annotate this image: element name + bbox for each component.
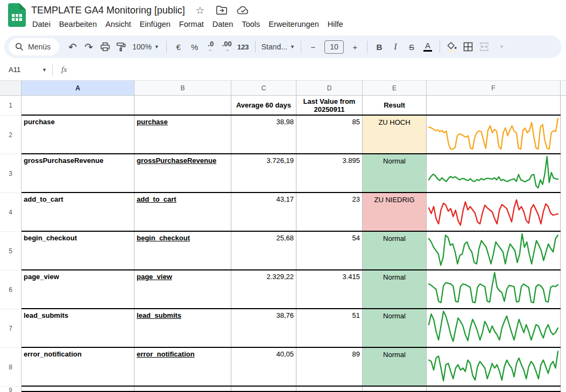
zoom-selector[interactable]: 100%▼ — [129, 39, 162, 54]
row-header-2[interactable]: 2 — [0, 116, 22, 154]
column-header-G-partial[interactable] — [561, 81, 566, 96]
cell-F4[interactable] — [427, 193, 561, 231]
decrease-font-size-button[interactable]: − — [305, 39, 321, 54]
star-icon[interactable]: ☆ — [194, 4, 207, 17]
cell-C2[interactable]: 38,98 — [231, 116, 296, 153]
decrease-decimal-button[interactable]: .0← — [203, 39, 219, 54]
metric-link[interactable]: add_to_cart — [137, 195, 176, 203]
column-header-C[interactable]: C — [231, 81, 296, 96]
cell-F6[interactable] — [427, 270, 561, 308]
number-format-button[interactable]: 123 — [235, 39, 251, 54]
print-button[interactable] — [97, 39, 113, 54]
select-all-corner[interactable] — [0, 81, 22, 96]
cell-C1[interactable]: Average 60 days — [231, 96, 296, 115]
cell-B5[interactable]: begin_checkout — [135, 232, 231, 269]
document-title[interactable]: TEMPLATE GA4 Monitoring [public] — [31, 5, 185, 16]
cell-B8[interactable]: error_notification — [135, 348, 231, 386]
row-header-8[interactable]: 8 — [0, 348, 22, 387]
cell-B6[interactable]: page_view — [135, 270, 231, 308]
bold-button[interactable]: B — [371, 39, 387, 54]
menu-ansicht[interactable]: Ansicht — [101, 18, 136, 31]
borders-button[interactable] — [460, 39, 476, 54]
cell-D1[interactable]: Last Value from 20250911 — [296, 96, 363, 115]
formula-input[interactable] — [67, 59, 566, 80]
increase-decimal-button[interactable]: .00→ — [219, 39, 235, 54]
cell-B4[interactable]: add_to_cart — [135, 193, 231, 231]
metric-link[interactable]: lead_submits — [137, 311, 181, 319]
cell-D2[interactable]: 85 — [296, 116, 363, 153]
metric-link[interactable]: grossPurchaseRevenue — [137, 156, 216, 165]
menu-erweiterungen[interactable]: Erweiterungen — [264, 18, 323, 31]
row-header-1[interactable]: 1 — [0, 96, 22, 116]
cell-A7[interactable]: lead_submits — [22, 309, 135, 347]
row-header-7[interactable]: 7 — [0, 309, 22, 348]
cell-C4[interactable]: 43,17 — [231, 193, 296, 231]
cell-F5[interactable] — [427, 232, 561, 269]
column-header-A[interactable]: A — [22, 81, 135, 96]
cell-F1[interactable] — [427, 96, 561, 115]
cell-B2[interactable]: purchase — [135, 116, 231, 153]
cell-B7[interactable]: lead_submits — [135, 309, 231, 347]
cell-F2[interactable] — [427, 116, 561, 153]
cell-D4[interactable]: 23 — [296, 193, 363, 231]
status-cell-E5[interactable]: Normal — [363, 232, 427, 269]
cell-C8[interactable]: 40,05 — [231, 348, 296, 386]
cell-A5[interactable]: begin_checkout — [22, 232, 135, 269]
cell-D3[interactable]: 3.895 — [296, 154, 363, 192]
menu-daten[interactable]: Daten — [208, 18, 238, 31]
status-cell-E7[interactable]: Normal — [363, 309, 427, 347]
italic-button[interactable]: I — [387, 39, 404, 54]
metric-link[interactable]: page_view — [137, 273, 172, 281]
metric-link[interactable]: begin_checkout — [137, 234, 190, 242]
column-header-E[interactable]: E — [363, 81, 427, 96]
column-header-D[interactable]: D — [296, 81, 363, 96]
merge-cells-button[interactable] — [476, 39, 492, 54]
cell-E1[interactable]: Result — [363, 96, 427, 115]
status-cell-E4[interactable]: ZU NIEDRIG — [363, 193, 427, 231]
status-cell-E6[interactable]: Normal — [363, 270, 427, 308]
cell-D7[interactable]: 51 — [296, 309, 363, 347]
status-cell-E8[interactable]: Normal — [363, 348, 427, 386]
font-family-selector[interactable]: Stand...▼ — [259, 39, 297, 54]
menu-datei[interactable]: Datei — [28, 18, 55, 31]
cell-F7[interactable] — [427, 309, 561, 347]
cell-B3[interactable]: grossPurchaseRevenue — [135, 154, 231, 192]
column-header-B[interactable]: B — [135, 81, 231, 96]
redo-button[interactable]: ↷ — [81, 39, 97, 54]
cell-D6[interactable]: 3.415 — [296, 270, 363, 308]
cell-A2[interactable]: purchase — [22, 116, 135, 153]
fill-color-button[interactable] — [444, 39, 460, 54]
row-header-3[interactable]: 3 — [0, 154, 22, 193]
name-box[interactable]: A11 — [0, 66, 42, 74]
cell-A4[interactable]: add_to_cart — [22, 193, 135, 231]
font-size-input[interactable]: 10 — [324, 40, 344, 54]
menu-einfuegen[interactable]: Einfügen — [136, 18, 175, 31]
row-header-4[interactable]: 4 — [0, 193, 22, 232]
cell-D8[interactable]: 89 — [296, 348, 363, 386]
status-cell-E2[interactable]: ZU HOCH — [363, 116, 427, 153]
format-percent-button[interactable]: % — [187, 39, 203, 54]
menu-hilfe[interactable]: Hilfe — [323, 18, 348, 31]
cell-A6[interactable]: page_view — [22, 270, 135, 308]
cell-D5[interactable]: 54 — [296, 232, 363, 269]
cell-A3[interactable]: grossPurchaseRevenue — [22, 154, 135, 192]
cell-C3[interactable]: 3.726,19 — [231, 154, 296, 192]
cell-F8[interactable] — [427, 348, 561, 386]
menu-tools[interactable]: Tools — [237, 18, 264, 31]
cloud-saved-icon[interactable] — [237, 4, 250, 17]
cell-A8[interactable]: error_notification — [22, 348, 135, 386]
metric-link[interactable]: error_notification — [137, 350, 195, 358]
cell-C5[interactable]: 25,68 — [231, 232, 296, 269]
chevron-down-icon[interactable]: ▼ — [42, 67, 47, 73]
paint-format-button[interactable] — [113, 39, 129, 54]
column-header-F[interactable]: F — [427, 81, 561, 96]
strikethrough-button[interactable]: S — [404, 39, 420, 54]
text-color-button[interactable]: A — [420, 39, 436, 54]
menu-bearbeiten[interactable]: Bearbeiten — [55, 18, 101, 31]
increase-font-size-button[interactable]: + — [347, 39, 363, 54]
status-cell-E3[interactable]: Normal — [363, 154, 427, 192]
row-header-6[interactable]: 6 — [0, 270, 22, 309]
cell-A1[interactable] — [22, 96, 135, 115]
merge-cells-dropdown[interactable]: ▼ — [492, 39, 508, 54]
menu-format[interactable]: Format — [175, 18, 208, 31]
